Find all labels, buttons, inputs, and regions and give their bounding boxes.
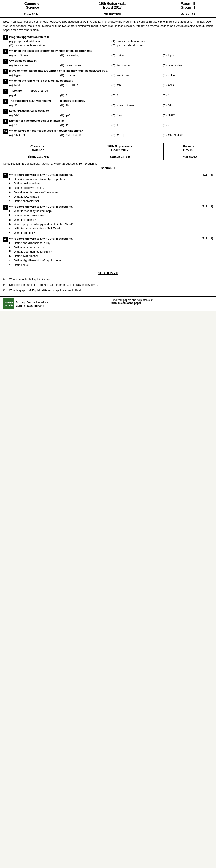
subj-q4-ii-text: Define index or subscript.	[14, 245, 45, 249]
q3-option-d: (D) one modes	[163, 63, 213, 67]
q4-text: If two or more statements are written on…	[9, 69, 213, 73]
q7-option-d: (D) 31	[163, 103, 213, 107]
subj-q3-iv-label: iv	[9, 222, 14, 226]
subj-q3-iii-label: iii	[9, 218, 14, 222]
q8-text: Left$("Pakistan",3) is equal to	[9, 109, 213, 113]
subj-q2-content: Write short answers to any FOUR (4) ques…	[9, 173, 213, 203]
subj-q4-i-text: Define one dimensional array.	[14, 241, 51, 245]
subj-q3-v-text: Write two characteristics of MS-Word.	[14, 227, 61, 230]
question-5: 5 Which of the following is not a logica…	[3, 79, 213, 87]
footer-right: Send your papers and help others at: tal…	[108, 297, 216, 311]
subj-q2-marks: (4x2 = 8)	[202, 173, 213, 177]
q5-options: (A) NOT (B) NEITHER (C) OR (D) AND	[9, 83, 213, 87]
q1-option-b: (B) program enhancement	[111, 40, 213, 43]
q9-option-c: (C) 8	[111, 123, 162, 127]
q5-option-b: (B) NEITHER	[60, 83, 111, 87]
q4-content: If two or more statements are written on…	[9, 69, 213, 77]
q2-option-d: (D) input	[163, 54, 213, 57]
q3-option-b: (B) three modes	[60, 63, 111, 67]
subjective-header-table: ComputerScience 10th GujranwalaBoard 201…	[0, 143, 216, 160]
q2-option-c: (C) output	[111, 54, 162, 57]
footer-logo: Talabilm طالب علم	[3, 299, 14, 309]
footer-website[interactable]: talabilm.com/send-paper	[111, 302, 213, 305]
subj-q3-number: 3.	[3, 205, 8, 210]
question-1: 1 Program upgradation refers to (A) prog…	[3, 35, 213, 47]
subj-q3-i-label: i	[9, 209, 14, 213]
q6-number: 6	[3, 89, 8, 94]
q2-options: (A) all of these (B) processing (C) outp…	[9, 54, 213, 57]
q5-option-c: (C) OR	[111, 83, 162, 87]
subj-note-label: Note:	[3, 162, 10, 165]
subj-q2-v: v What is IDE in basic?	[9, 195, 213, 199]
subj-q2-vi-label: vi	[9, 199, 14, 203]
q6-option-c: (C) 2	[111, 94, 162, 97]
q2-option-a: (A) all of these	[9, 54, 60, 57]
subj-q2-vi: vi Define character set.	[9, 199, 213, 203]
subj-q2-iv: iv Describe syntax error with example.	[9, 190, 213, 194]
subj-q4-vi: vi Define pixel.	[9, 263, 213, 267]
q7-options: (A) 30 (B) 29 (C) none of these (D) 31	[9, 103, 213, 107]
subj-q3-i: i What is meant by nested loop?	[9, 209, 213, 213]
q10-options: (A) Shift+F3 (B) Ctrl+Shift+M (C) Ctrl+[…	[9, 133, 213, 137]
subj-q4-v-label: v	[9, 258, 14, 262]
footer-left: Talabilm طالب علم For help, feedback ema…	[0, 297, 108, 311]
subj-q3-v: v Write two characteristics of MS-Word.	[9, 227, 213, 230]
subj-q3-ii: ii Define control structures.	[9, 214, 213, 218]
q1-option-c: (C) program implementation	[9, 43, 111, 47]
objective-note: Note: You have four choices for each obj…	[0, 18, 216, 34]
question-4: 4 If two or more statements are written …	[3, 69, 213, 77]
footer-send-label: Send your papers and help others at:	[111, 299, 213, 302]
sec-ii-q6-text: Describe the use of IF -THEN-ELSE statem…	[9, 283, 98, 287]
q10-option-d: (D) Ctrl+Shift+D	[163, 133, 213, 137]
subj-question-4: 4. Write short answers to any FOUR (4) q…	[3, 237, 213, 267]
q7-content: The statement x(30) will reserve_____ me…	[9, 99, 213, 107]
section-ii-questions: 5 What is constant? Explain its types. 6…	[0, 276, 216, 297]
q9-text: Number of background colour in basic is	[9, 119, 213, 123]
q8-option-b: (B) 'pa'	[60, 114, 111, 117]
question-7: 7 The statement x(30) will reserve_____ …	[3, 99, 213, 107]
q6-text: There are_____types of array.	[9, 89, 213, 93]
sec-ii-q7: 7 What is graphics? Explain different gr…	[3, 288, 213, 292]
subj-q2-i-label: i	[9, 177, 14, 181]
q9-option-b: (B) 12	[60, 123, 111, 127]
section-ii-header: SECTION - II	[0, 270, 216, 276]
header-board: 10th GujranwalaBoard 2017	[65, 0, 160, 11]
q1-option-a: (A) program identification	[9, 40, 111, 43]
q9-option-d: (D) 4	[163, 123, 213, 127]
subj-q4-iii-text: What is user defined function?	[14, 250, 51, 254]
footer: Talabilm طالب علم For help, feedback ema…	[0, 297, 216, 311]
footer-email[interactable]: admin@talabilm.com	[16, 304, 48, 307]
q1-content: Program upgradation refers to (A) progra…	[9, 35, 213, 47]
subj-q4-text: Write short answers to any FOUR (4) ques…	[9, 237, 73, 241]
question-2: 2 Which of the tasks are proformed by mo…	[3, 49, 213, 57]
subj-q3-vi-label: vi	[9, 231, 14, 235]
subj-q4-iv-text: Define TAB function.	[14, 254, 39, 258]
subj-q2-iii-label: iii	[9, 186, 14, 190]
subj-q2-iv-text: Describe syntax error with example.	[14, 190, 59, 194]
q4-number: 4	[3, 69, 8, 73]
sec-ii-q6: 6 Describe the use of IF -THEN-ELSE stat…	[3, 283, 213, 287]
q1-option-d: (D) program development	[111, 43, 213, 47]
header-subject: ComputerScience	[0, 0, 65, 11]
subj-q2-text: Write short answers to any FOUR (4) ques…	[9, 173, 73, 177]
subj-question-2: 2. Write short answers to any FOUR (4) q…	[3, 173, 213, 203]
subj-q2-number: 2.	[3, 173, 8, 178]
subj-header-subject: ComputerScience	[0, 143, 76, 153]
header-time: Time:15 Min	[0, 11, 65, 18]
q9-option-a: (A) 16	[9, 123, 60, 127]
subj-q2-v-label: v	[9, 195, 14, 199]
q8-content: Left$("Pakistan",3) is equal to (A) 'kis…	[9, 109, 213, 117]
q4-options: (A) hypen (B) comma (C) semi colon (D) c…	[9, 73, 213, 77]
subj-q4-i: i Define one dimensional array.	[9, 241, 213, 245]
subj-q4-number: 4.	[3, 237, 8, 242]
subj-q3-iv-text: What s purpose of copy and paste in MS-W…	[14, 222, 74, 226]
q10-option-a: (A) Shift+F3	[9, 133, 60, 137]
q7-option-b: (B) 29	[60, 103, 111, 107]
q2-option-b: (B) processing	[60, 54, 111, 57]
q4-option-c: (C) semi colon	[111, 73, 162, 77]
subj-q3-marks: (4x2 = 8)	[202, 205, 213, 209]
q1-number: 1	[3, 35, 8, 40]
note-underline: circles. Cutting or filling	[33, 24, 62, 28]
sec-ii-q6-num: 6	[3, 283, 9, 286]
subj-q4-iii: iii What is user defined function?	[9, 250, 213, 254]
